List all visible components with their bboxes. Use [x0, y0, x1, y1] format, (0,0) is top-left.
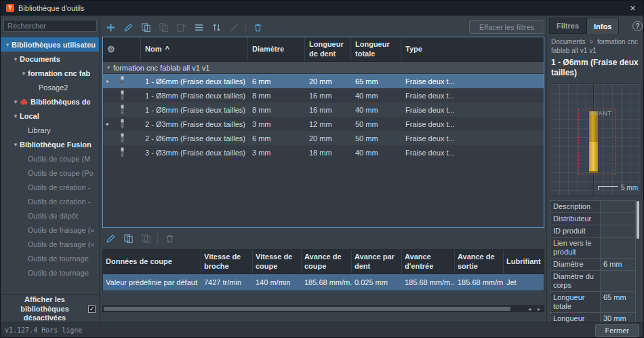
- cut-data-toolbar: [102, 230, 178, 246]
- chevron-right-icon[interactable]: ▸: [104, 78, 111, 84]
- breadcrumb-separator: >: [587, 38, 595, 45]
- clear-filters-button[interactable]: Effacer les filtres: [469, 20, 544, 34]
- column-header-diametre[interactable]: Diamètre: [248, 37, 305, 61]
- chevron-down-icon[interactable]: ▾: [107, 64, 110, 71]
- tree-item-outils-coupe-m[interactable]: Outils de coupe (M: [1, 151, 99, 166]
- breadcrumb-root[interactable]: Documents: [551, 38, 586, 45]
- tool-preview-viewport[interactable]: AVANT 5 mm: [550, 83, 642, 196]
- cut-data-row[interactable]: Valeur prédéfinie par défaut 7427 tr/min…: [103, 274, 544, 290]
- chevron-down-icon[interactable]: ▾: [3, 41, 12, 48]
- toolbar-separator: [245, 22, 246, 33]
- wand-button[interactable]: [226, 20, 242, 35]
- show-disabled-label: Afficher les bibliothèques désactivées: [4, 295, 85, 323]
- chevron-down-icon[interactable]: ▾: [12, 98, 20, 105]
- tree-item-outils-fraisage-1[interactable]: Outils de fraisage («: [1, 223, 99, 237]
- tool-row[interactable]: ▸ 1 - Ø6mm (Fraise deux tailles) 6 mm 20…: [103, 74, 544, 88]
- tree-item-outils-fraisage-2[interactable]: Outils de fraisage («: [1, 237, 99, 251]
- paste-button[interactable]: [155, 20, 172, 35]
- column-header-lubrifiant[interactable]: Lubrifiant: [504, 250, 544, 274]
- gear-icon[interactable]: ⚙: [107, 44, 115, 55]
- column-header-avance-entree[interactable]: Avance d'entrée: [402, 250, 455, 274]
- property-row: Diamètre 6 mm: [550, 259, 636, 271]
- tool-row[interactable]: ▸ 2 - Ø3mm (Fraise deux tailles) 3 mm 12…: [103, 117, 544, 131]
- column-header-donnees-de-coupe[interactable]: Données de coupe: [103, 250, 201, 274]
- search-input[interactable]: [3, 20, 97, 32]
- add-tool-button[interactable]: [102, 20, 119, 35]
- tab-filtres[interactable]: Filtres: [549, 18, 586, 34]
- help-icon[interactable]: ?: [632, 21, 643, 31]
- chevron-right-icon[interactable]: ▸: [104, 121, 111, 127]
- tree-item-outils-creation-2[interactable]: Outils de création -: [1, 194, 99, 208]
- copy-icon: [123, 233, 134, 244]
- property-row: Lien vers le produit: [550, 238, 636, 259]
- info-panel: Filtres Infos ? Documents > formation cn…: [546, 16, 644, 324]
- tool-row[interactable]: 2 - Ø6mm (Fraise deux tailles) 6 mm 20 m…: [103, 131, 544, 145]
- paste-icon: [159, 22, 169, 33]
- tree-item-outils-creation-1[interactable]: Outils de création -: [1, 180, 99, 194]
- tree-item-outils-tournage-1[interactable]: Outils de tournage: [1, 251, 99, 265]
- tool-row[interactable]: 1 - Ø8mm (Fraise deux tailles) 8 mm 16 m…: [103, 102, 544, 117]
- tool-row[interactable]: 3 - Ø3mm (Fraise deux tailles) 3 mm 18 m…: [103, 145, 544, 159]
- column-header-avance-coupe[interactable]: Avance de coupe: [302, 250, 352, 274]
- end-mill-icon: [119, 147, 125, 158]
- library-group-row[interactable]: ▾ formation cnc fablab all v1 v1: [103, 62, 544, 74]
- duplicate-button[interactable]: [173, 20, 189, 35]
- tree-item-documents[interactable]: ▾ Documents: [1, 52, 99, 66]
- copy-button[interactable]: [138, 20, 154, 35]
- titlebar: Bibliothèque d'outils ✕: [1, 1, 643, 16]
- horizontal-scrollbar[interactable]: ◂ ▸: [102, 305, 544, 312]
- chevron-down-icon[interactable]: ▾: [12, 141, 20, 148]
- column-settings-header[interactable]: ⚙: [103, 37, 141, 61]
- column-header-avance-sortie[interactable]: Avance de sortie: [455, 250, 504, 274]
- vertical-scrollbar-thumb[interactable]: [637, 201, 639, 239]
- tree-item-outils-coupe-po[interactable]: Outils de coupe (Po: [1, 166, 99, 180]
- tree-item-bibliotheques-utilisateur[interactable]: ▾ Bibliothèques utilisateu: [1, 37, 99, 52]
- column-header-nom[interactable]: Nom ^: [141, 37, 248, 61]
- tool-properties: Description Distributeur ID produit Lien…: [550, 200, 636, 324]
- chevron-down-icon[interactable]: ▾: [20, 70, 28, 77]
- column-header-type[interactable]: Type: [401, 37, 544, 61]
- cut-table-header: Données de coupe Vitesse de broche Vites…: [103, 250, 544, 274]
- tree-item-local[interactable]: ▾ Local: [1, 109, 99, 123]
- chevron-down-icon[interactable]: ▾: [12, 56, 20, 62]
- column-header-longueur-dent[interactable]: Longueur de dent: [305, 37, 351, 61]
- column-header-vitesse-coupe[interactable]: Vitesse de coupe: [253, 250, 302, 274]
- renumber-button[interactable]: [208, 20, 224, 35]
- tool-toolbar: Effacer les filtres: [102, 18, 544, 36]
- tool-row[interactable]: 1 - Ø8mm (Fraise deux tailles) 8 mm 16 m…: [103, 88, 544, 102]
- pencil-icon: [123, 22, 134, 33]
- tree-item-outils-tournage-2[interactable]: Outils de tournage: [1, 265, 99, 280]
- tree-item-bibliotheques-de[interactable]: ▾ Bibliothèques de: [1, 94, 99, 109]
- scroll-left-icon[interactable]: ◂: [525, 306, 534, 312]
- tab-infos[interactable]: Infos: [586, 18, 619, 34]
- paste-cut-data-button[interactable]: [138, 231, 154, 246]
- front-view-label: AVANT: [590, 110, 611, 117]
- edit-tool-button[interactable]: [120, 20, 136, 35]
- scroll-right-icon[interactable]: ▸: [534, 306, 544, 312]
- delete-tool-button[interactable]: [249, 20, 266, 35]
- scrollbar-thumb[interactable]: [104, 307, 510, 311]
- tree-item-outils-depot[interactable]: Outils de dépôt: [1, 208, 99, 223]
- scale-label: 5 mm: [621, 184, 638, 191]
- edit-cut-data-button[interactable]: [102, 231, 119, 246]
- property-row: Diamètre du corps: [550, 271, 636, 292]
- column-header-vitesse-broche[interactable]: Vitesse de broche: [201, 250, 253, 274]
- show-disabled-checkbox[interactable]: ✓: [88, 305, 96, 313]
- cut-data-table: Données de coupe Vitesse de broche Vites…: [102, 249, 544, 291]
- column-header-longueur-totale[interactable]: Longueur totale: [351, 37, 401, 61]
- tree-item-bibliotheque-fusion[interactable]: ▾ Bibliothèque Fusion: [1, 137, 99, 151]
- chevron-down-icon[interactable]: ▾: [12, 113, 20, 119]
- copy-cut-data-button[interactable]: [120, 231, 136, 246]
- close-icon[interactable]: ✕: [628, 4, 638, 13]
- delete-cut-data-button[interactable]: [161, 231, 178, 246]
- tool-library-window: Bibliothèque d'outils ✕ ▾ Bibliothèques …: [0, 0, 644, 338]
- close-dialog-button[interactable]: Fermer: [595, 324, 639, 337]
- tree-item-library[interactable]: Library: [1, 123, 99, 137]
- sort-ascending-icon: ^: [165, 45, 169, 54]
- tree-item-posage2[interactable]: Posage2: [1, 80, 99, 94]
- property-row: Longueur totale 65 mm: [550, 292, 636, 313]
- column-header-avance-par-dent[interactable]: Avance par dent: [352, 250, 402, 274]
- toolbar-separator: [157, 233, 158, 244]
- tree-item-formation-cnc[interactable]: ▾ formation cnc fab: [1, 66, 99, 80]
- merge-rows-button[interactable]: [190, 20, 207, 35]
